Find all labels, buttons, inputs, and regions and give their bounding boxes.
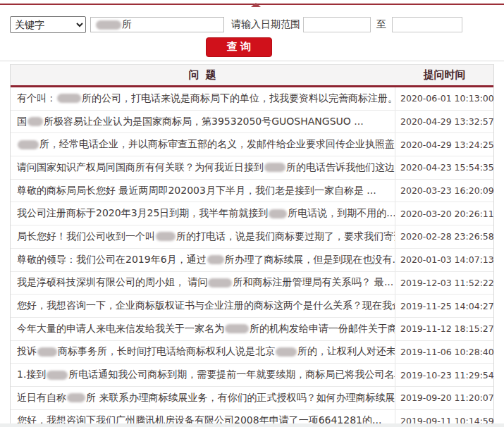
question-time: 2019-10-23 11:29:54 bbox=[395, 370, 493, 380]
top-arrow-marker bbox=[251, 3, 261, 7]
question-text: 所的公司，打电话来说是商标局下的单位，找我要资料以完善商标注册。但我... bbox=[82, 92, 395, 105]
question-cell[interactable]: 尊敬的领导：我们公司在2019年6月，通过所办理了商标续展，但是到现在也没有..… bbox=[11, 249, 395, 271]
redacted-text-blur bbox=[207, 255, 224, 264]
date-from-input[interactable] bbox=[303, 17, 371, 32]
search-form: 关键字 所 请输入日期范围 至 bbox=[10, 16, 462, 33]
footer-strip bbox=[0, 423, 504, 427]
keyword-input[interactable]: 所 bbox=[90, 17, 224, 32]
question-text: 近日有自称 bbox=[17, 392, 66, 404]
question-text: 所办理了商标续展，但是到现在也没有... bbox=[225, 254, 395, 266]
redacted-text-blur bbox=[27, 117, 43, 126]
question-time: 2020-03-20 20:26:11 bbox=[395, 209, 493, 219]
redacted-text-blur bbox=[276, 347, 297, 357]
redacted-text-blur bbox=[67, 393, 85, 402]
table-row[interactable]: 今年大量的申请人来电来信发给我关于一家名为所的机构发给申请一份邮件关于商标续..… bbox=[11, 318, 493, 341]
question-text: 国 bbox=[17, 116, 27, 128]
table-row[interactable]: 您好，我想咨询一下，企业商标版权证书与企业注册的商标这两个是什么关系？现在我企业… bbox=[11, 295, 493, 318]
redacted-text-blur bbox=[18, 140, 39, 149]
question-cell[interactable]: 局长您好！我们公司收到一个叫所的打电话，说是我们商标要过期了，要求我们寄资料..… bbox=[11, 225, 395, 248]
top-accent-rule bbox=[0, 4, 504, 5]
question-text: 所电话通知我公司商标到期，需要提前一年就要续期，商标局已将我公司名单... bbox=[68, 369, 395, 381]
question-time: 2020-06-01 10:13:00 bbox=[395, 93, 493, 104]
question-text: 1.接到 bbox=[17, 369, 46, 381]
question-time: 2020-03-23 16:20:09 bbox=[395, 185, 493, 196]
table-row[interactable]: 国所极容易让企业认为是国家商标局，第39532050号GUOSHANGSUO .… bbox=[11, 111, 493, 134]
table-row[interactable]: 1.接到所电话通知我公司商标到期，需要提前一年就要续期，商标局已将我公司名单..… bbox=[11, 364, 493, 387]
table-row[interactable]: 请问国家知识产权局同国商所有何关联？为何我近日接到所的电话告诉我他们这边是知..… bbox=[11, 156, 493, 180]
question-time: 2020-04-29 13:32:57 bbox=[395, 116, 493, 127]
question-time: 2020-04-29 13:24:25 bbox=[395, 140, 493, 150]
table-row[interactable]: 局长您好！我们公司收到一个叫所的打电话，说是我们商标要过期了，要求我们寄资料..… bbox=[11, 225, 493, 249]
question-text: 所极容易让企业认为是国家商标局，第39532050号GUOSHANGSUO ..… bbox=[44, 116, 364, 128]
questions-table: 问 题 提问时间 有个叫：所的公司，打电话来说是商标局下的单位，找我要资料以完善… bbox=[10, 64, 494, 427]
question-text: 所和商标注册管理局有关系吗？ 最... bbox=[233, 276, 393, 289]
table-header-row: 问 题 提问时间 bbox=[11, 65, 493, 87]
date-to-label: 至 bbox=[376, 18, 386, 31]
redacted-text-blur bbox=[264, 163, 285, 172]
question-cell[interactable]: 投诉商标事务所，长时间打电话给商标权利人说是北京所的，让权利人对还未到续... bbox=[11, 341, 395, 364]
question-cell[interactable]: 今年大量的申请人来电来信发给我关于一家名为所的机构发给申请一份邮件关于商标续..… bbox=[11, 318, 395, 340]
question-cell[interactable]: 请问国家知识产权局同国商所有何关联？为何我近日接到所的电话告诉我他们这边是知..… bbox=[11, 156, 395, 179]
question-text: 投诉 bbox=[17, 345, 37, 358]
column-header-question: 问 题 bbox=[11, 68, 395, 82]
question-cell[interactable]: 所，经常电话企业，并以商标审查五部的名义，发邮件给企业要求回传企业执照盖章扫..… bbox=[11, 133, 395, 156]
question-text: 所的电话告诉我他们这边是知... bbox=[286, 161, 395, 174]
question-cell[interactable]: 我是淳硕科技深圳有限公司的周小姐， 请问所和商标注册管理局有关系吗？ 最... bbox=[11, 272, 395, 295]
search-button[interactable]: 查询 bbox=[206, 37, 272, 57]
table-row[interactable]: 有个叫：所的公司，打电话来说是商标局下的单位，找我要资料以完善商标注册。但我..… bbox=[11, 87, 493, 111]
keyword-input-text: 所 bbox=[122, 18, 132, 31]
table-row[interactable]: 所，经常电话企业，并以商标审查五部的名义，发邮件给企业要求回传企业执照盖章扫..… bbox=[11, 133, 493, 156]
table-row[interactable]: 我是淳硕科技深圳有限公司的周小姐， 请问所和商标注册管理局有关系吗？ 最...2… bbox=[11, 272, 493, 295]
question-text: 所 来联系办理商标续展业务，有你们的正式授权吗？如何办理商标续展... bbox=[86, 392, 395, 404]
table-body: 有个叫：所的公司，打电话来说是商标局下的单位，找我要资料以完善商标注册。但我..… bbox=[11, 87, 493, 427]
question-text: 所的，让权利人对还未到续... bbox=[297, 345, 395, 358]
question-text: 尊敬的领导：我们公司在2019年6月，通过 bbox=[17, 254, 207, 266]
redacted-text-blur bbox=[57, 94, 81, 103]
table-row[interactable]: 尊敬的领导：我们公司在2019年6月，通过所办理了商标续展，但是到现在也没有..… bbox=[11, 249, 493, 272]
question-text: 所的打电话，说是我们商标要过期了，要求我们寄资料... bbox=[176, 230, 395, 243]
question-text: 今年大量的申请人来电来信发给我关于一家名为 bbox=[17, 323, 224, 335]
question-cell[interactable]: 尊敬的商标局局长您好 最近两周即202003月下半月，我们老是接到一家自称是 .… bbox=[11, 180, 395, 202]
question-cell[interactable]: 您好，我想咨询一下，企业商标版权证书与企业注册的商标这两个是什么关系？现在我企业… bbox=[11, 295, 395, 317]
question-time: 2019-11-25 14:04:27 bbox=[395, 301, 493, 311]
question-text: 所的机构发给申请一份邮件关于商标续... bbox=[250, 323, 395, 335]
question-cell[interactable]: 1.接到所电话通知我公司商标到期，需要提前一年就要续期，商标局已将我公司名单..… bbox=[11, 364, 395, 386]
table-row[interactable]: 尊敬的商标局局长您好 最近两周即202003月下半月，我们老是接到一家自称是 .… bbox=[11, 180, 493, 203]
question-text: 我公司注册商标于2020年3月25日到期，我半年前就接到 bbox=[17, 207, 268, 220]
question-time: 2019-11-12 18:15:27 bbox=[395, 323, 493, 334]
redacted-text-blur bbox=[37, 347, 57, 357]
column-header-time: 提问时间 bbox=[395, 68, 493, 82]
keyword-type-select[interactable]: 关键字 bbox=[10, 16, 86, 33]
question-time: 2020-04-23 15:54:35 bbox=[395, 162, 493, 173]
question-text: 您好，我想咨询一下，企业商标版权证书与企业注册的商标这两个是什么关系？现在我企业… bbox=[17, 299, 395, 312]
redacted-text-blur bbox=[225, 324, 249, 333]
question-text: 所电话说，到期不用的... bbox=[288, 207, 395, 220]
question-text: 所，经常电话企业，并以商标审查五部的名义，发邮件给企业要求回传企业执照盖章扫..… bbox=[39, 138, 395, 151]
redacted-text-blur bbox=[96, 20, 121, 30]
question-cell[interactable]: 国所极容易让企业认为是国家商标局，第39532050号GUOSHANGSUO .… bbox=[11, 111, 395, 133]
question-time: 2019-12-03 11:52:22 bbox=[395, 278, 493, 288]
date-to-input[interactable] bbox=[392, 17, 462, 32]
question-text: 尊敬的商标局局长您好 最近两周即202003月下半月，我们老是接到一家自称是 .… bbox=[17, 185, 376, 197]
redacted-text-blur bbox=[47, 371, 68, 380]
question-text: 局长您好！我们公司收到一个叫 bbox=[17, 230, 155, 243]
table-row[interactable]: 我公司注册商标于2020年3月25日到期，我半年前就接到所电话说，到期不用的..… bbox=[11, 202, 493, 225]
question-text: 有个叫： bbox=[17, 92, 56, 105]
question-time: 2020-02-28 23:26:58 bbox=[395, 231, 493, 242]
question-time: 2019-11-06 10:28:40 bbox=[395, 347, 493, 357]
table-row[interactable]: 投诉商标事务所，长时间打电话给商标权利人说是北京所的，让权利人对还未到续...2… bbox=[11, 341, 493, 364]
question-text: 商标事务所，长时间打电话给商标权利人说是北京 bbox=[58, 345, 275, 358]
question-time: 2020-01-03 14:07:13 bbox=[395, 254, 493, 265]
date-range-label: 请输入日期范围 bbox=[231, 18, 300, 31]
redacted-text-blur bbox=[269, 209, 287, 218]
section-divider bbox=[0, 61, 504, 61]
redacted-text-blur bbox=[156, 232, 176, 241]
redacted-text-blur bbox=[208, 278, 232, 287]
question-cell[interactable]: 近日有自称 所 来联系办理商标续展业务，有你们的正式授权吗？如何办理商标续展..… bbox=[11, 387, 395, 409]
question-text: 请问国家知识产权局同国商所有何关联？为何我近日接到 bbox=[17, 161, 264, 174]
question-cell[interactable]: 有个叫：所的公司，打电话来说是商标局下的单位，找我要资料以完善商标注册。但我..… bbox=[11, 87, 395, 110]
table-row[interactable]: 近日有自称 所 来联系办理商标续展业务，有你们的正式授权吗？如何办理商标续展..… bbox=[11, 387, 493, 410]
question-time: 2019-09-20 11:20:07 bbox=[395, 392, 493, 403]
question-text: 我是淳硕科技深圳有限公司的周小姐， 请问 bbox=[17, 276, 207, 289]
question-cell[interactable]: 我公司注册商标于2020年3月25日到期，我半年前就接到所电话说，到期不用的..… bbox=[11, 202, 395, 225]
